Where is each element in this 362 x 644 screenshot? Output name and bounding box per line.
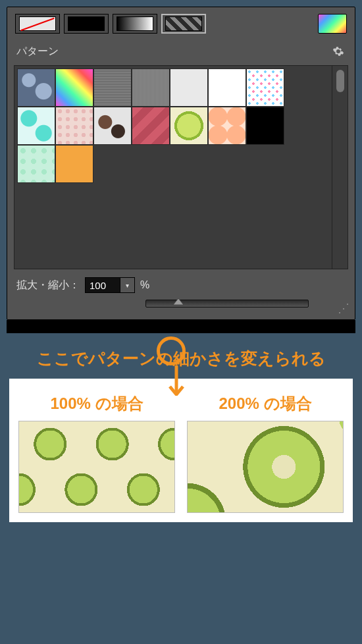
pattern-swatch[interactable] — [17, 68, 55, 107]
pattern-fill-icon — [165, 16, 202, 31]
scale-row: 拡大・縮小： 100 ▾ % — [7, 272, 355, 293]
pattern-swatch[interactable] — [246, 107, 284, 145]
example-100-image — [18, 421, 175, 513]
annotation-caption: ここでパターンの細かさを変えられる — [0, 333, 362, 379]
pattern-swatch[interactable] — [55, 145, 93, 183]
color-picker-button[interactable] — [318, 14, 347, 34]
pattern-swatch[interactable] — [132, 68, 170, 107]
fill-type-toolbar — [7, 7, 355, 40]
scale-label: 拡大・縮小： — [16, 279, 80, 292]
gradient-fill-icon — [116, 16, 153, 31]
pattern-swatch[interactable] — [208, 107, 246, 145]
pattern-swatch[interactable] — [17, 107, 55, 145]
pattern-swatch[interactable] — [55, 68, 93, 107]
pattern-swatch[interactable] — [208, 68, 246, 107]
example-200-image — [187, 421, 344, 513]
pattern-swatch-grid — [14, 66, 332, 269]
scale-value-input[interactable]: 100 — [85, 277, 120, 293]
examples-panel: 100% の場合 200% の場合 — [9, 379, 353, 522]
pattern-swatch[interactable] — [132, 107, 170, 145]
pattern-swatch[interactable] — [17, 145, 55, 183]
example-100-label: 100% の場合 — [18, 393, 175, 414]
pattern-swatch[interactable] — [246, 68, 284, 107]
panel-resize-grip[interactable]: ⋰ — [338, 301, 349, 315]
scale-dropdown-button[interactable]: ▾ — [120, 277, 135, 293]
window-edge — [7, 320, 355, 333]
panel-options-button[interactable] — [331, 44, 346, 59]
fill-type-solid[interactable] — [64, 14, 109, 34]
no-fill-icon — [19, 16, 56, 31]
gear-icon — [332, 45, 344, 57]
scale-unit: % — [140, 279, 149, 291]
swatch-scrollbar[interactable] — [332, 66, 348, 269]
solid-fill-icon — [68, 16, 105, 31]
fill-type-none[interactable] — [15, 14, 60, 34]
pattern-swatch[interactable] — [170, 68, 208, 107]
slider-handle-icon — [172, 296, 185, 306]
fill-type-gradient[interactable] — [113, 14, 157, 34]
fill-type-pattern[interactable] — [161, 14, 206, 34]
pattern-swatch[interactable] — [55, 107, 93, 145]
scale-slider-track[interactable] — [145, 300, 309, 308]
pattern-swatch[interactable] — [93, 107, 132, 145]
scale-slider-handle[interactable] — [172, 296, 185, 306]
pattern-swatch-area — [14, 65, 348, 269]
pattern-swatch[interactable] — [170, 107, 208, 145]
pattern-panel: パターン — [7, 7, 355, 320]
pattern-swatch[interactable] — [93, 68, 132, 107]
scrollbar-thumb[interactable] — [336, 70, 344, 92]
example-200-label: 200% の場合 — [187, 393, 344, 414]
section-title: パターン — [16, 45, 59, 59]
